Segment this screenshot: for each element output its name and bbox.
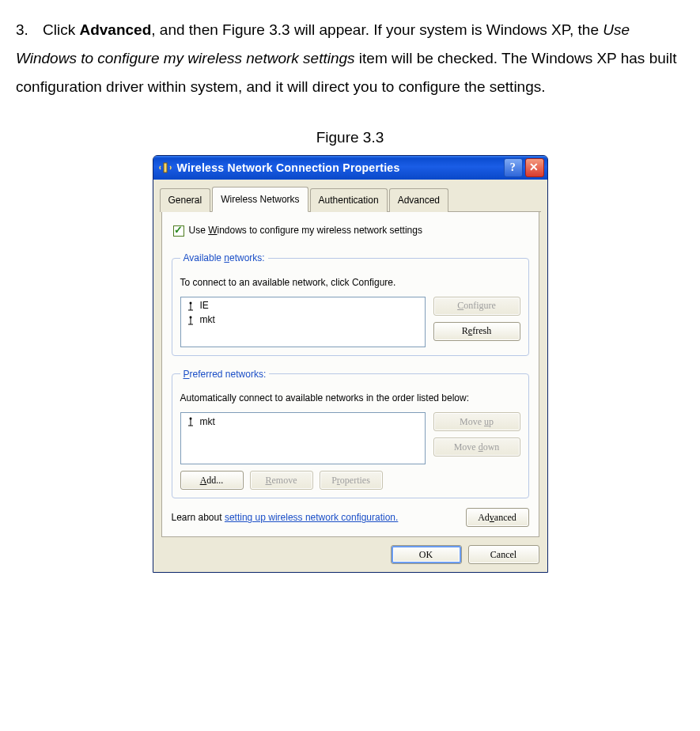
figure-caption: Figure 3.3 xyxy=(16,123,684,152)
svg-point-2 xyxy=(189,301,191,304)
list-item-label: mkt xyxy=(200,311,215,329)
svg-rect-0 xyxy=(164,163,167,172)
refresh-button[interactable]: Refresh xyxy=(433,322,520,341)
antenna-icon xyxy=(186,316,195,325)
advanced-button[interactable]: Advanced xyxy=(466,508,529,527)
add-button[interactable]: Add... xyxy=(180,471,244,490)
use-windows-label[interactable]: Use Windows to configure my wireless net… xyxy=(189,222,422,240)
tab-general[interactable]: General xyxy=(160,188,211,212)
list-item-label: mkt xyxy=(200,413,215,431)
help-icon: ? xyxy=(510,157,516,179)
list-item[interactable]: mkt xyxy=(183,313,423,328)
move-down-button[interactable]: Move down xyxy=(433,437,520,456)
tab-authentication[interactable]: Authentication xyxy=(310,188,388,212)
help-button[interactable]: ? xyxy=(504,158,523,177)
tab-advanced[interactable]: Advanced xyxy=(389,188,448,212)
tab-page: Use Windows to configure my wireless net… xyxy=(161,212,539,537)
antenna-icon xyxy=(186,417,195,426)
tab-strip: General Wireless Networks Authentication… xyxy=(160,186,541,212)
ok-button[interactable]: OK xyxy=(391,545,462,564)
available-networks-group: Available networks: To connect to an ava… xyxy=(172,249,529,356)
close-button[interactable]: ✕ xyxy=(525,158,544,177)
wireless-icon xyxy=(158,161,172,175)
antenna-icon xyxy=(186,301,195,311)
svg-point-10 xyxy=(189,418,191,420)
configure-button[interactable]: Configure xyxy=(433,297,520,316)
preferred-networks-group: Preferred networks: Automatically connec… xyxy=(172,366,529,499)
step-text: Click Advanced, and then Figure 3.3 will… xyxy=(16,21,677,95)
available-legend: Available networks: xyxy=(180,249,268,267)
learn-text: Learn about setting up wireless network … xyxy=(172,509,399,527)
remove-button[interactable]: Remove xyxy=(250,471,313,490)
xp-dialog: Wireless Network Connection Properties ?… xyxy=(153,155,548,573)
list-item[interactable]: IE xyxy=(183,299,423,313)
instruction-step: 3.Click Advanced, and then Figure 3.3 wi… xyxy=(16,16,684,101)
step-number: 3. xyxy=(16,16,43,44)
preferred-desc: Automatically connect to available netwo… xyxy=(180,389,520,407)
svg-point-6 xyxy=(189,316,191,318)
titlebar[interactable]: Wireless Network Connection Properties ?… xyxy=(153,156,547,180)
properties-button[interactable]: Properties xyxy=(320,471,383,490)
tab-wireless-networks[interactable]: Wireless Networks xyxy=(212,187,308,212)
available-desc: To connect to an available network, clic… xyxy=(180,274,520,292)
available-listbox[interactable]: IE mkt xyxy=(180,297,426,347)
preferred-listbox[interactable]: mkt xyxy=(180,412,426,464)
list-item[interactable]: mkt xyxy=(183,415,423,429)
use-windows-checkbox[interactable] xyxy=(173,225,184,237)
preferred-legend: Preferred networks: xyxy=(180,366,270,384)
dialog-title: Wireless Network Connection Properties xyxy=(177,157,400,179)
move-up-button[interactable]: Move up xyxy=(433,412,520,431)
bold-advanced: Advanced xyxy=(79,21,151,38)
close-icon: ✕ xyxy=(529,157,539,179)
cancel-button[interactable]: Cancel xyxy=(468,545,539,564)
learn-link[interactable]: setting up wireless network configuratio… xyxy=(225,512,398,523)
